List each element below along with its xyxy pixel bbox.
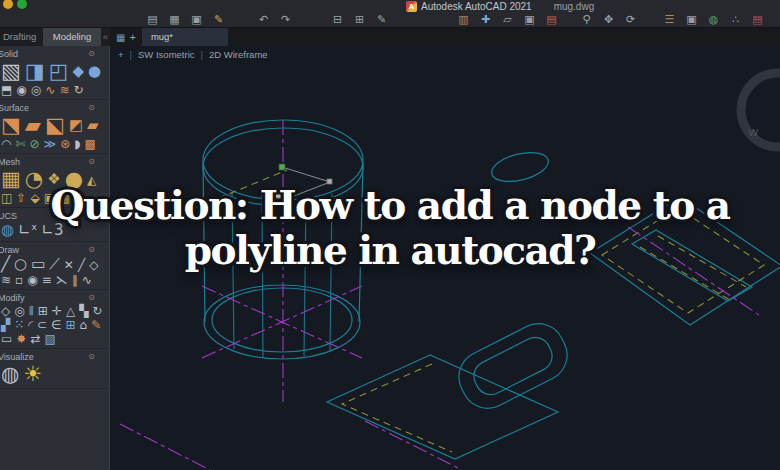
surface-untrim-icon[interactable]: ⊘ (30, 138, 40, 150)
revolve-icon[interactable]: ↻ (73, 84, 83, 96)
viewport-view-control[interactable]: SW Isometric (138, 49, 194, 60)
tool-palettes-icon[interactable]: ▣ (523, 13, 536, 26)
draw-ellipse-icon[interactable]: ◇ (89, 259, 98, 271)
modify-rotate-icon[interactable]: ↻ (92, 305, 102, 317)
import-icon[interactable]: ▥ (457, 13, 470, 26)
modify-3dmirror-icon[interactable]: △ (66, 305, 75, 317)
section-options-icon[interactable]: ⊙ (88, 157, 95, 166)
draw-xline-icon[interactable]: ╱ (78, 259, 85, 271)
draw-polyline-icon[interactable]: ⟋ (49, 257, 60, 272)
attach-xref-icon[interactable]: ▱ (501, 13, 514, 26)
section-options-icon[interactable]: ⊙ (88, 352, 95, 361)
ucs-axis-icon[interactable]: ∟ˣ (18, 223, 37, 238)
draw-circle-icon[interactable]: ○ (14, 257, 27, 272)
redo-icon[interactable]: ↷ (279, 13, 292, 26)
modify-copy-icon[interactable]: ▞ (1, 319, 10, 331)
mesh-refine-icon[interactable]: ❖ (47, 172, 60, 187)
minimize-window-button[interactable] (3, 0, 13, 9)
extrude-icon[interactable]: ◨ (25, 61, 45, 82)
modify-stretch-icon[interactable]: ⁙ (14, 319, 24, 331)
modify-3dalign-icon[interactable]: ◇ (1, 305, 10, 317)
mesh-sphere-icon[interactable]: ● (65, 169, 83, 190)
modify-move-icon[interactable]: ✛ (52, 305, 62, 317)
mesh-split-icon[interactable]: ◫ (1, 192, 12, 204)
draw-revcloud-icon[interactable]: ∿ (82, 274, 92, 286)
file-tab-mug[interactable]: mug* (142, 28, 228, 46)
draw-region-icon[interactable]: ▫ (15, 274, 23, 286)
ucs-3point-icon[interactable]: ∟3 (41, 223, 63, 238)
draw-rectangle-icon[interactable]: ▭ (31, 257, 45, 272)
mesh-smooth-icon[interactable]: ◔ (25, 169, 43, 190)
surface-fillet-icon[interactable]: ◠ (1, 138, 11, 150)
draw-ray-icon[interactable]: ⋋ (56, 274, 68, 286)
section-options-icon[interactable]: ⊙ (88, 211, 95, 220)
orbit-icon[interactable]: ⟳ (624, 13, 637, 26)
copy-clipboard-icon[interactable]: ▣ (685, 13, 698, 26)
ucs-world-icon[interactable]: ◍ (1, 223, 14, 238)
surface-sculpt-icon[interactable]: ⊛ (60, 138, 70, 150)
draw-donut-icon[interactable]: ◉ (27, 274, 37, 286)
sheet-set-manager-icon[interactable]: ▤ (545, 13, 558, 26)
pan-icon[interactable]: ✥ (602, 13, 615, 26)
modify-array-icon[interactable]: ⊞ (38, 305, 48, 317)
surface-trim-icon[interactable]: ✄ (15, 138, 25, 150)
loft-icon[interactable]: ≋ (59, 84, 69, 96)
draw-spline-icon[interactable]: ≋ (1, 274, 11, 286)
mesh-merge-icon[interactable]: ▣ (44, 192, 55, 204)
surface-extend-icon[interactable]: ≫ (44, 138, 57, 150)
save-icon[interactable]: ▣ (190, 13, 203, 26)
zoom-icon[interactable]: ⚲ (580, 13, 593, 26)
section-options-icon[interactable]: ⊙ (88, 103, 95, 112)
undo-icon[interactable]: ↶ (257, 13, 270, 26)
wireframe-drawing[interactable]: w (110, 46, 780, 470)
surface-convert-icon[interactable]: ◗ (74, 138, 80, 150)
export-pdf-icon[interactable]: ▤ (751, 13, 764, 26)
section-options-icon[interactable]: ⊙ (88, 293, 95, 302)
modify-3drotate-icon[interactable]: ◎ (14, 305, 24, 317)
collapse-palette-button[interactable]: « (101, 28, 110, 46)
mesh-crease-icon[interactable]: ◭ (87, 174, 96, 186)
tab-modeling[interactable]: Modeling (43, 28, 101, 46)
modify-erase-icon[interactable]: ▭ (1, 333, 12, 345)
section-options-icon[interactable]: ⊙ (88, 245, 95, 254)
draw-point-icon[interactable]: ✕ (64, 259, 74, 271)
modify-trim-icon[interactable]: ∈ (51, 319, 61, 331)
union-icon[interactable]: ◉ (16, 84, 26, 96)
modify-explode-icon[interactable]: ✸ (16, 333, 26, 345)
polysolid-icon[interactable]: ◰ (49, 61, 69, 82)
mesh-box-icon[interactable]: ▦ (1, 169, 21, 190)
mesh-convert-icon[interactable]: ▩ (59, 192, 70, 204)
modify-extend-icon[interactable]: ⊞ (65, 319, 75, 331)
mug-wireframe[interactable] (203, 120, 780, 459)
materials-icon[interactable]: ◍ (1, 364, 19, 385)
modify-fillet-icon[interactable]: ◜ (28, 319, 33, 331)
draw-mline-icon[interactable]: ∥ (72, 274, 78, 286)
viewport-minimize-control[interactable]: + (118, 49, 124, 60)
node-grips[interactable] (262, 164, 332, 198)
modify-offset-icon[interactable]: ⌂ (80, 319, 88, 331)
print-icon[interactable]: ⊟ (331, 13, 344, 26)
draw-hatch-icon[interactable]: ≡ (42, 274, 52, 286)
surface-offset-icon[interactable]: ▰ (87, 118, 99, 133)
modify-edit-pline-icon[interactable]: ✎ (91, 319, 101, 331)
subtract-icon[interactable]: ◎ (31, 84, 41, 96)
new-drawing-tab-button[interactable]: + (129, 31, 135, 43)
light-icon[interactable]: ☀ (23, 364, 42, 385)
drawing-canvas[interactable]: + | SW Isometric | 2D Wireframe w (110, 46, 780, 470)
mesh-close-hole-icon[interactable]: ⬙ (30, 192, 39, 204)
section-options-icon[interactable]: ⊙ (88, 49, 95, 58)
surface-assoc-icon[interactable]: ▩ (85, 138, 96, 150)
insert-block-icon[interactable]: ✚ (479, 13, 492, 26)
surface-network-icon[interactable]: ⬔ (1, 115, 21, 136)
properties-icon[interactable]: ☰ (663, 13, 676, 26)
surface-planar-icon[interactable]: ▰ (25, 115, 41, 136)
modify-chamfer-icon[interactable]: ⊂ (37, 319, 47, 331)
modify-mirror3d-icon[interactable]: ⫴ (29, 305, 34, 317)
construction-lines[interactable] (185, 170, 764, 452)
save-as-icon[interactable]: ✎ (212, 13, 225, 26)
new-file-icon[interactable]: ▤ (146, 13, 159, 26)
zoom-window-button[interactable] (17, 0, 27, 9)
modify-scale-icon[interactable]: ▨ (44, 333, 55, 345)
page-setup-icon[interactable]: ✎ (375, 13, 388, 26)
layout-grid-icon[interactable]: ▦ (116, 32, 125, 43)
